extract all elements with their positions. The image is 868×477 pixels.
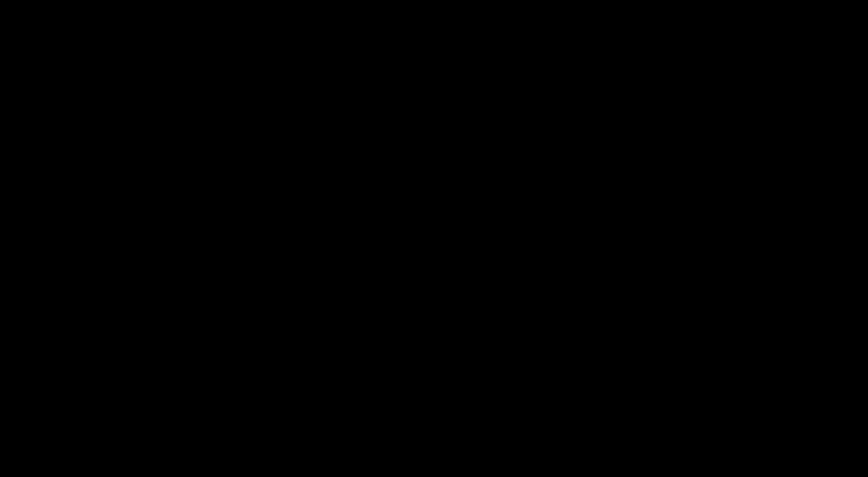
connections-svg — [0, 0, 868, 477]
